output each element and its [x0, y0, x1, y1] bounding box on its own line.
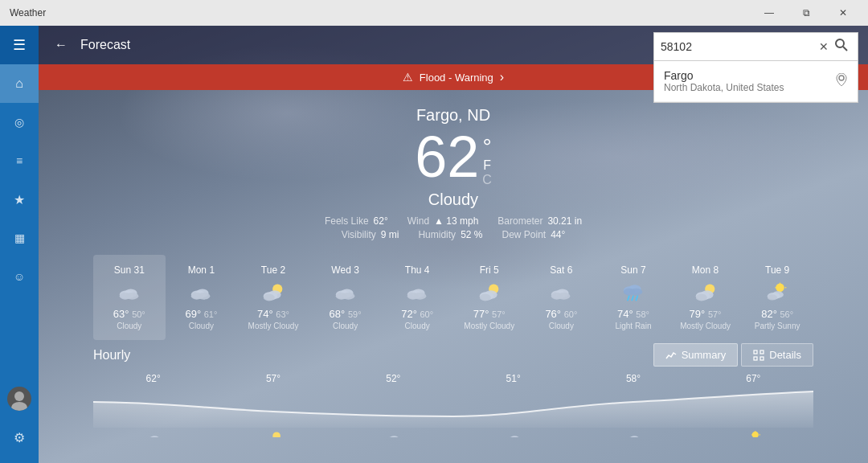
search-input[interactable]: [661, 40, 816, 53]
svg-point-51: [768, 295, 777, 301]
forecast-hi: 74°: [617, 308, 633, 320]
sidebar-item-menu[interactable]: ☰: [0, 26, 39, 64]
unit-celsius[interactable]: C: [482, 173, 492, 187]
forecast-day-3[interactable]: Wed 3 68° 59° Cloudy: [309, 255, 382, 340]
forecast-day-9[interactable]: Tue 9 82° 56° Partly Sunny: [741, 255, 813, 340]
svg-point-28: [480, 294, 491, 301]
forecast-weather-icon: [262, 281, 285, 303]
forecast-weather-icon: [550, 281, 572, 303]
forecast-temps: 72° 60°: [401, 308, 433, 320]
humidity-value: 52 %: [461, 229, 482, 240]
visibility: Visibility 9 mi: [342, 229, 399, 240]
forecast-condition: Light Rain: [615, 322, 651, 330]
forecast-weather-icon: [118, 281, 141, 303]
hourly-icon-3: [505, 429, 522, 437]
forecast-hi: 77°: [473, 308, 489, 320]
maps-icon: ◎: [14, 116, 24, 129]
sidebar-item-profile[interactable]: [0, 379, 39, 418]
search-result-subtitle: North Dakota, United States: [664, 82, 835, 93]
app-container: ☰ ⌂ ◎ ≡ ★ ▦ ☺ ⚙: [0, 26, 868, 463]
hourly-temp-4: 58°: [626, 373, 641, 384]
forecast-hi: 63°: [113, 308, 129, 320]
forecast-day-8[interactable]: Mon 8 79° 57° Mostly Cloudy: [669, 255, 742, 340]
sidebar: ☰ ⌂ ◎ ≡ ★ ▦ ☺ ⚙: [0, 26, 39, 463]
sidebar-item-maps[interactable]: ◎: [0, 103, 39, 141]
minimize-button[interactable]: —: [751, 0, 788, 26]
location-icon: [835, 73, 848, 89]
avatar: [7, 387, 31, 411]
svg-point-36: [630, 289, 643, 296]
sidebar-item-news[interactable]: ▦: [0, 219, 39, 257]
search-result-fargo[interactable]: Fargo North Dakota, United States: [654, 61, 858, 102]
news-icon: ▦: [14, 232, 25, 244]
forecast-day-7[interactable]: Sun 7 74° 58° Light Rain: [597, 255, 669, 340]
forecast-lo: 57°: [708, 309, 722, 319]
forecast-icon: ≡: [16, 154, 23, 167]
forecast-temps: 74° 58°: [617, 308, 649, 320]
sidebar-item-favorites[interactable]: ★: [0, 180, 39, 219]
forecast-day-name: Tue 9: [765, 264, 789, 276]
back-button[interactable]: ←: [48, 32, 74, 58]
search-box: ✕: [653, 32, 858, 61]
close-button[interactable]: ✕: [825, 0, 862, 26]
svg-point-73: [629, 436, 639, 437]
forecast-day-2[interactable]: Tue 2 74° 63° Mostly Cloudy: [237, 255, 309, 340]
forecast-hi: 82°: [761, 308, 777, 320]
forecast-weather-icon: [694, 281, 717, 303]
svg-point-24: [414, 293, 427, 300]
hourly-temp-5: 67°: [746, 373, 760, 384]
sidebar-item-forecast[interactable]: ≡: [0, 141, 39, 180]
details-button[interactable]: Details: [741, 343, 813, 367]
star-icon: ★: [14, 192, 25, 207]
forecast-day-name: Sun 31: [114, 264, 145, 276]
forecast-day-4[interactable]: Thu 4 72° 60° Cloudy: [381, 255, 453, 340]
svg-point-44: [776, 284, 784, 293]
forecast-lo: 59°: [348, 309, 362, 319]
forecast-day-5[interactable]: Fri 5 77° 57° Mostly Cloudy: [453, 255, 526, 340]
svg-line-3: [843, 47, 847, 51]
summary-button[interactable]: Summary: [653, 343, 739, 367]
hourly-icon-5: [744, 429, 762, 437]
search-overlay: ✕ Fargo North Dakota, United States: [653, 32, 858, 103]
visibility-value: 9 mi: [381, 229, 399, 240]
forecast-day-name: Wed 3: [331, 264, 358, 276]
forecast-lo: 57°: [492, 309, 506, 319]
forecast-day-6[interactable]: Sat 6 76° 60° Cloudy: [526, 255, 598, 340]
forecast-day-1[interactable]: Mon 1 69° 61° Cloudy: [166, 255, 238, 340]
forecast-day-name: Sun 7: [620, 264, 645, 276]
sidebar-item-historical[interactable]: ☺: [0, 257, 39, 296]
forecast-hi: 79°: [690, 308, 706, 320]
search-clear-button[interactable]: ✕: [816, 37, 832, 56]
sidebar-item-settings[interactable]: ⚙: [0, 418, 39, 457]
svg-point-16: [264, 294, 275, 301]
svg-line-38: [632, 296, 633, 300]
forecast-lo: 56°: [780, 309, 793, 319]
unit-fahrenheit[interactable]: F: [482, 158, 492, 173]
restore-button[interactable]: ⧉: [788, 0, 825, 26]
forecast-day-0[interactable]: Sun 31 63° 50° Cloudy: [93, 255, 166, 340]
search-button[interactable]: [832, 35, 851, 58]
forecast-condition: Cloudy: [333, 322, 358, 330]
forecast-lo: 50°: [132, 309, 145, 319]
settings-icon: ⚙: [14, 430, 25, 445]
titlebar: Weather — ⧉ ✕: [0, 0, 868, 26]
forecast-hi: 68°: [330, 308, 346, 320]
svg-rect-54: [754, 357, 757, 360]
forecast-lo: 61°: [204, 309, 218, 319]
wind: Wind ▲ 13 mph: [407, 215, 479, 227]
hourly-title: Hourly: [93, 348, 130, 363]
sidebar-item-home[interactable]: ⌂: [0, 64, 39, 103]
forecast-condition: Mostly Cloudy: [680, 322, 731, 330]
forecast-hi: 76°: [545, 308, 561, 320]
svg-point-12: [198, 293, 211, 300]
current-weather: Fargo, ND 62 ° F C Cloudy Feels Like 62°…: [39, 90, 868, 248]
svg-point-8: [125, 293, 138, 300]
svg-point-76: [752, 432, 759, 437]
feels-like: Feels Like 62°: [325, 215, 388, 227]
forecast-condition: Cloudy: [189, 322, 214, 330]
forecast-weather-icon: [190, 281, 212, 303]
main-content: ← Forecast ☆ ••• ✕: [39, 26, 868, 463]
forecast-weather-icon: [406, 281, 428, 303]
city-name: Fargo, ND: [39, 106, 868, 125]
barometer-value: 30.21 in: [547, 215, 582, 227]
